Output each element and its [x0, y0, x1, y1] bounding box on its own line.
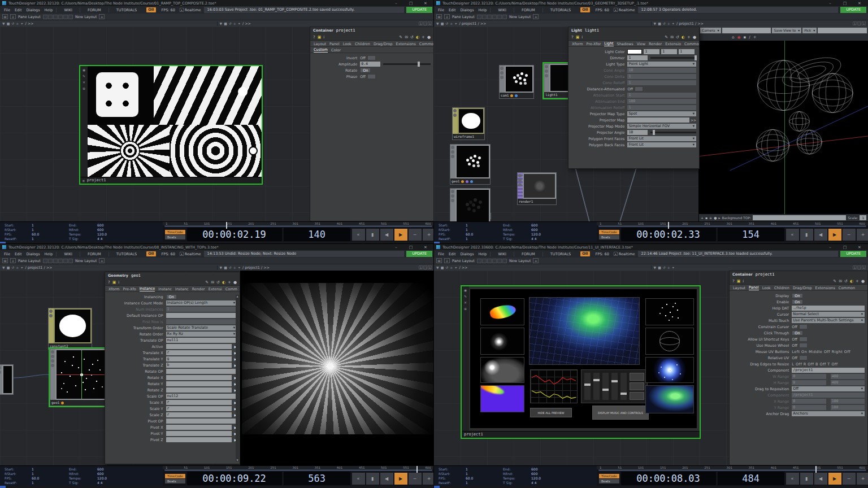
- param-tab[interactable]: Extensio: [665, 42, 681, 46]
- menu-link[interactable]: WIKI: [56, 252, 80, 256]
- pane-split-buttons[interactable]: 1□1: [419, 21, 432, 25]
- revert-icon[interactable]: ↺: [216, 280, 220, 285]
- thumbnail-particle-dot[interactable]: [480, 328, 524, 355]
- notification-badge[interactable]: OII: [146, 7, 155, 12]
- param-tab[interactable]: Layout: [314, 42, 326, 46]
- maximize-button[interactable]: □: [839, 245, 851, 250]
- param-value-field[interactable]: [166, 431, 232, 436]
- hide-all-preview-button[interactable]: HIDE ALL PREVIEW: [530, 408, 572, 417]
- menu-item[interactable]: Dialogs: [458, 8, 476, 12]
- layout-presets[interactable]: [477, 15, 507, 19]
- beats-mode-button[interactable]: Beats: [165, 235, 185, 239]
- transport-button[interactable]: ▮: [366, 473, 379, 485]
- param-toggle[interactable]: On: [360, 68, 371, 73]
- timeline-field-value[interactable]: 1: [32, 228, 61, 232]
- expand-arrow[interactable]: >>: [689, 118, 696, 122]
- button-stack[interactable]: [630, 373, 644, 400]
- param-value-field[interactable]: 0: [792, 405, 826, 410]
- slider[interactable]: [602, 373, 609, 400]
- breadcrumb[interactable]: / project1 / >>: [242, 265, 270, 270]
- pane-sync-icon[interactable]: ↺: [663, 21, 666, 25]
- timeline-field-value[interactable]: 600: [97, 472, 131, 476]
- menu-item[interactable]: File: [436, 252, 446, 256]
- timeline-scrollbar[interactable]: [164, 225, 432, 227]
- param-value-field[interactable]: Use Parent's Multi-Touch Settings: [792, 318, 860, 323]
- node-name-bar[interactable]: project1: [462, 431, 700, 438]
- timeline-field-value[interactable]: 600: [531, 223, 565, 227]
- add-icon[interactable]: +: [687, 35, 691, 40]
- param-value-field-2[interactable]: 100: [831, 399, 865, 404]
- param-value-field[interactable]: Point Light: [627, 62, 691, 67]
- node-constant2[interactable]: constant2: [48, 308, 92, 350]
- update-button[interactable]: UPDATE: [840, 251, 866, 257]
- edit-icon[interactable]: ✎: [83, 74, 85, 78]
- info-icon[interactable]: i: [581, 35, 583, 40]
- param-value-field[interactable]: 10: [627, 130, 648, 135]
- title-bar[interactable]: TouchDesigner 2022.32120: C:/Users/Nima/…: [434, 0, 868, 6]
- timeline-field-value[interactable]: 1: [32, 237, 61, 241]
- title-bar[interactable]: TouchDesigner 2022.32120: C:/Users/Nima/…: [0, 244, 434, 250]
- language-icon[interactable]: ◐: [416, 35, 419, 40]
- beats-mode-button[interactable]: Beats: [599, 479, 619, 483]
- param-value-field[interactable]: 1: [644, 49, 659, 54]
- download-icon[interactable]: ↓: [444, 14, 450, 19]
- pane-sync-icon[interactable]: ↺: [229, 21, 232, 25]
- param-tab[interactable]: Instance: [140, 286, 155, 291]
- timeline-field-value[interactable]: 600: [531, 467, 565, 471]
- breadcrumb[interactable]: / >>: [459, 265, 467, 270]
- pane-sync-icon[interactable]: ↺: [445, 21, 448, 25]
- project1-container-viewer[interactable]: ◉ ✎ ✕ ⊕ ▣project1: [79, 65, 263, 185]
- param-tab[interactable]: Xform: [108, 287, 120, 291]
- add-layout-icon[interactable]: +: [533, 258, 539, 263]
- param-value-field[interactable]: [166, 313, 237, 318]
- slider[interactable]: [593, 373, 600, 400]
- pick-select[interactable]: Pick▾: [802, 28, 817, 33]
- timeline-field-value[interactable]: 120.0: [531, 232, 565, 236]
- notification-badge[interactable]: OII: [580, 7, 589, 12]
- language-icon[interactable]: ◐: [222, 280, 225, 285]
- param-toggle[interactable]: Off: [360, 56, 367, 60]
- thumbnail-ribbon[interactable]: [480, 298, 524, 325]
- param-value-field[interactable]: Instance OP(s) Length: [166, 300, 232, 306]
- color-swatch[interactable]: [627, 49, 642, 54]
- pane-sync-icon[interactable]: ↺: [11, 265, 14, 269]
- playhead[interactable]: [668, 222, 669, 229]
- comment-icon[interactable]: ✉: [405, 35, 408, 40]
- realtime-toggle[interactable]: ✕Realtime: [614, 8, 637, 12]
- timeline-settings[interactable]: Start:1End:600RStart:1REnd:600FPS:60.0Te…: [434, 222, 597, 242]
- slider[interactable]: [611, 373, 618, 400]
- timeline-field-value[interactable]: 600: [531, 228, 565, 232]
- minimize-button[interactable]: –: [390, 1, 402, 6]
- slider-bank[interactable]: [581, 369, 648, 403]
- param-value-field-2[interactable]: 100: [831, 405, 865, 410]
- beats-mode-button[interactable]: Beats: [165, 479, 185, 483]
- node-geo2[interactable]: geo2: [450, 188, 491, 221]
- terrain-preview[interactable]: [529, 297, 640, 365]
- playhead[interactable]: [416, 466, 418, 473]
- param-tab[interactable]: Pre-Xfo: [123, 287, 136, 291]
- transport-button[interactable]: «: [352, 229, 365, 241]
- menu-item[interactable]: Dialogs: [24, 8, 42, 12]
- transport-button[interactable]: −: [843, 473, 856, 485]
- timecode-mode-button[interactable]: TimeCode: [165, 474, 185, 478]
- param-page-tab[interactable]: Color: [331, 48, 341, 53]
- pane-star-icon[interactable]: ✦: [672, 21, 675, 25]
- home-icon[interactable]: ⌂: [732, 35, 734, 40]
- pane-add-icon[interactable]: +: [450, 265, 453, 269]
- pane-menu-icon[interactable]: ▼: [2, 265, 5, 269]
- edit-icon[interactable]: ✎: [464, 294, 467, 298]
- grid-icon[interactable]: ≡: [709, 216, 712, 220]
- param-value-field[interactable]: b: [166, 363, 232, 368]
- pane-layout-label[interactable]: Pane Layout: [452, 259, 475, 263]
- wire-icon[interactable]: /: [749, 35, 750, 40]
- menu-item[interactable]: Edit: [446, 252, 458, 256]
- timeline-field-value[interactable]: 60.0: [32, 232, 61, 236]
- pane-star-icon[interactable]: ✦: [238, 21, 241, 25]
- param-value-field[interactable]: 1: [627, 55, 648, 60]
- timeline-field-value[interactable]: 1: [466, 472, 495, 476]
- timecode-mode-button[interactable]: TimeCode: [599, 230, 619, 234]
- timeline-field-value[interactable]: 1: [466, 237, 495, 241]
- help-icon[interactable]: ?: [571, 35, 574, 40]
- param-tab[interactable]: Instanc: [158, 287, 172, 291]
- slider-knob[interactable]: [695, 55, 697, 60]
